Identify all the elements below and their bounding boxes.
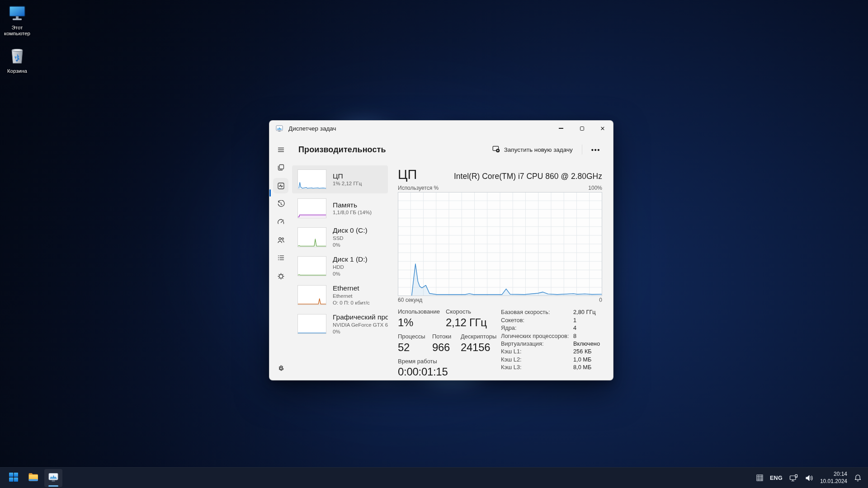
perf-item-gpu[interactable]: Графический про NVIDIA GeForce GTX 660 0… bbox=[292, 310, 388, 338]
recycle-bin-icon bbox=[8, 59, 26, 66]
stat-value: 8,0 МБ bbox=[573, 363, 591, 371]
stat-label: Скорость bbox=[446, 308, 487, 316]
settings-icon[interactable] bbox=[274, 361, 288, 375]
perf-item-sub: HDD bbox=[333, 264, 388, 271]
start-icon bbox=[9, 472, 19, 484]
stat-label: Базовая скорость: bbox=[501, 308, 573, 316]
stat-label: Ядра: bbox=[501, 324, 573, 332]
stat-value-usage: 1% bbox=[398, 316, 446, 329]
startup-apps-icon[interactable] bbox=[274, 215, 288, 229]
disk0-mini-graph bbox=[297, 227, 326, 247]
stat-value-uptime: 0:00:01:15 bbox=[398, 365, 448, 379]
stat-label: Кэш L3: bbox=[501, 363, 573, 371]
minimize-icon[interactable] bbox=[551, 121, 571, 136]
perf-item-cpu[interactable]: ЦП 1% 2,12 ГГц bbox=[292, 165, 388, 193]
perf-item-sub: О: 0 П: 0 кбит/с bbox=[333, 300, 388, 306]
stat-value-speed: 2,12 ГГц bbox=[446, 316, 487, 329]
active-app-indicator bbox=[48, 485, 58, 487]
users-icon[interactable] bbox=[274, 233, 288, 247]
task-manager-icon bbox=[48, 472, 59, 484]
performance-list: ЦП 1% 2,12 ГГц Память 1,1/8,0 ГБ (14%) Д… bbox=[292, 165, 388, 339]
page-title: Производительность bbox=[298, 145, 386, 155]
cpu-mini-graph bbox=[297, 169, 326, 189]
close-icon[interactable]: ✕ bbox=[592, 121, 613, 136]
ethernet-mini-graph bbox=[297, 285, 326, 305]
window-title: Диспетчер задач bbox=[288, 125, 336, 132]
perf-item-sub: Ethernet bbox=[333, 293, 388, 300]
volume-icon[interactable] bbox=[805, 474, 813, 482]
window-titlebar[interactable]: Диспетчер задач ✕ bbox=[269, 121, 613, 136]
maximize-icon[interactable] bbox=[571, 121, 592, 136]
axis-label-0: 0 bbox=[599, 297, 602, 303]
stat-label: Использование bbox=[398, 308, 446, 316]
taskbar-clock[interactable]: 20:14 10.01.2024 bbox=[820, 471, 847, 485]
perf-item-title: Диск 1 (D:) bbox=[333, 255, 388, 263]
perf-item-disk0[interactable]: Диск 0 (C:) SSD 0% bbox=[292, 223, 388, 251]
this-pc-icon bbox=[7, 15, 27, 23]
cpu-panel-title: ЦП bbox=[398, 168, 417, 181]
services-icon[interactable] bbox=[274, 269, 288, 283]
task-manager-window: Диспетчер задач ✕ Производительность Зап… bbox=[269, 120, 613, 380]
perf-item-title: Графический про bbox=[333, 313, 388, 321]
perf-item-ethernet[interactable]: Ethernet Ethernet О: 0 П: 0 кбит/с bbox=[292, 281, 388, 309]
perf-item-sub: NVIDIA GeForce GTX 660 bbox=[333, 322, 388, 328]
axis-label-100: 100% bbox=[588, 185, 602, 191]
stat-label: Логических процессоров: bbox=[501, 332, 573, 340]
stat-value: 1,0 МБ bbox=[573, 356, 591, 363]
stat-label: Процессы bbox=[398, 333, 432, 341]
details-icon[interactable] bbox=[274, 250, 288, 265]
perf-item-title: Память bbox=[333, 201, 388, 209]
stat-label: Кэш L1: bbox=[501, 347, 573, 355]
start-button[interactable] bbox=[5, 469, 23, 487]
stat-value: 8 bbox=[573, 332, 576, 340]
header-divider bbox=[582, 145, 582, 155]
task-manager-taskbar-button[interactable] bbox=[44, 469, 62, 487]
perf-item-title: ЦП bbox=[333, 172, 388, 180]
desktop-icon-label: Этот компьютер bbox=[3, 25, 32, 36]
desktop-icon-recycle-bin[interactable]: Корзина bbox=[3, 47, 32, 74]
run-new-task-label: Запустить новую задачу bbox=[504, 146, 573, 153]
stat-label: Виртуализация: bbox=[501, 340, 573, 347]
clock-date: 10.01.2024 bbox=[820, 478, 847, 485]
desktop-icon-label: Корзина bbox=[3, 68, 32, 74]
more-icon[interactable]: ••• bbox=[587, 144, 605, 155]
axis-label-60s: 60 секунд bbox=[398, 297, 422, 303]
run-new-task-icon bbox=[492, 145, 500, 154]
stat-label: Время работы bbox=[398, 357, 448, 366]
menu-icon[interactable] bbox=[274, 142, 288, 157]
notification-bell-icon[interactable] bbox=[854, 474, 862, 482]
nav-rail bbox=[269, 136, 292, 380]
cpu-stats-left: Использование 1% Скорость 2,12 ГГц Проце… bbox=[398, 308, 501, 380]
cpu-model-name: Intel(R) Core(TM) i7 CPU 860 @ 2.80GHz bbox=[454, 172, 602, 181]
network-icon[interactable] bbox=[789, 474, 798, 482]
stat-value-processes: 52 bbox=[398, 341, 432, 354]
performance-icon[interactable] bbox=[274, 178, 288, 193]
stat-value-threads: 966 bbox=[432, 341, 461, 354]
perf-item-memory[interactable]: Память 1,1/8,0 ГБ (14%) bbox=[292, 194, 388, 222]
perf-item-disk1[interactable]: Диск 1 (D:) HDD 0% bbox=[292, 252, 388, 280]
tray-grid-icon[interactable] bbox=[756, 474, 763, 481]
clock-time: 20:14 bbox=[820, 471, 847, 478]
desktop-icon-this-pc[interactable]: Этот компьютер bbox=[3, 5, 32, 36]
file-explorer-button[interactable] bbox=[24, 469, 42, 487]
stat-value: 4 bbox=[573, 324, 576, 332]
language-indicator[interactable]: ENG bbox=[770, 475, 783, 481]
app-history-icon[interactable] bbox=[274, 197, 288, 211]
cpu-stats-right: Базовая скорость:2,80 ГГц Сокетов:1 Ядра… bbox=[501, 308, 602, 380]
stat-value: 256 КБ bbox=[573, 347, 592, 355]
stat-value: 2,80 ГГц bbox=[573, 308, 596, 316]
processes-icon[interactable] bbox=[274, 160, 288, 174]
stat-value: Включено bbox=[573, 340, 600, 347]
gpu-mini-graph bbox=[297, 314, 326, 334]
axis-label-usage: Используется % bbox=[398, 185, 439, 191]
perf-item-sub: SSD bbox=[333, 235, 388, 242]
task-manager-app-icon bbox=[276, 125, 283, 132]
disk1-mini-graph bbox=[297, 256, 326, 276]
perf-item-sub: 1% 2,12 ГГц bbox=[333, 180, 388, 187]
nav-selected-indicator bbox=[269, 189, 271, 197]
perf-item-title: Диск 0 (C:) bbox=[333, 226, 388, 235]
memory-mini-graph bbox=[297, 198, 326, 218]
run-new-task-button[interactable]: Запустить новую задачу bbox=[488, 142, 577, 157]
stat-value-handles: 24156 bbox=[461, 341, 496, 354]
cpu-detail-panel: ЦП Intel(R) Core(TM) i7 CPU 860 @ 2.80GH… bbox=[398, 168, 602, 380]
